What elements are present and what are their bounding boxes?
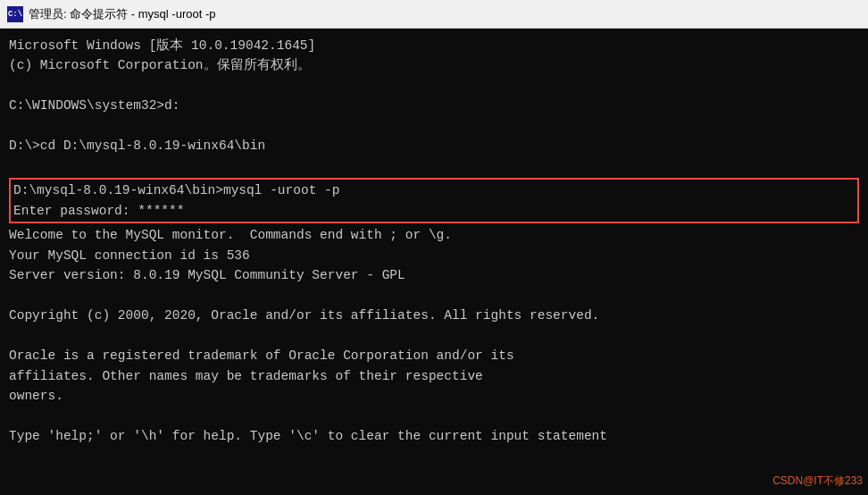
terminal-line-4: C:\WINDOWS\system32>d:: [9, 96, 859, 115]
terminal-line-1: Microsoft Windows [版本 10.0.19042.1645]: [9, 36, 859, 55]
terminal-line-17: affiliates. Other names may be trademark…: [9, 366, 859, 386]
terminal-line-10: Welcome to the MySQL monitor. Commands e…: [9, 225, 859, 245]
cmd-icon: C:\: [7, 6, 23, 22]
terminal-line-13: [9, 286, 859, 306]
terminal-line-15: [9, 326, 859, 346]
window-container: C:\ 管理员: 命令提示符 - mysql -uroot -p Microso…: [0, 0, 868, 495]
terminal-line-14: Copyright (c) 2000, 2020, Oracle and/or …: [9, 306, 859, 325]
terminal-line-8: D:\mysql-8.0.19-winx64\bin>mysql -uroot …: [13, 180, 855, 200]
terminal-line-9: Enter password: ******: [13, 201, 855, 221]
terminal-line-20: Type 'help;' or '\h' for help. Type '\c'…: [9, 426, 859, 446]
terminal-line-2: (c) Microsoft Corporation。保留所有权利。: [9, 55, 859, 75]
terminal-line-16: Oracle is a registered trademark of Orac…: [9, 346, 859, 365]
terminal-line-11: Your MySQL connection id is 536: [9, 246, 859, 265]
terminal-line-6: D:\>cd D:\mysql-8.0.19-winx64\bin: [9, 136, 859, 155]
terminal-line-5: [9, 116, 859, 136]
terminal-line-3: [9, 76, 859, 96]
watermark: CSDN@IT不修233: [772, 473, 863, 490]
terminal-line-18: owners.: [9, 386, 859, 406]
title-bar-text: 管理员: 命令提示符 - mysql -uroot -p: [29, 6, 861, 22]
highlighted-command-block: D:\mysql-8.0.19-winx64\bin>mysql -uroot …: [9, 178, 859, 223]
terminal-body[interactable]: Microsoft Windows [版本 10.0.19042.1645] (…: [0, 29, 868, 495]
terminal-line-19: [9, 406, 859, 425]
terminal-line-12: Server version: 8.0.19 MySQL Community S…: [9, 265, 859, 285]
terminal-line-7: [9, 156, 859, 176]
title-bar: C:\ 管理员: 命令提示符 - mysql -uroot -p: [0, 0, 868, 29]
